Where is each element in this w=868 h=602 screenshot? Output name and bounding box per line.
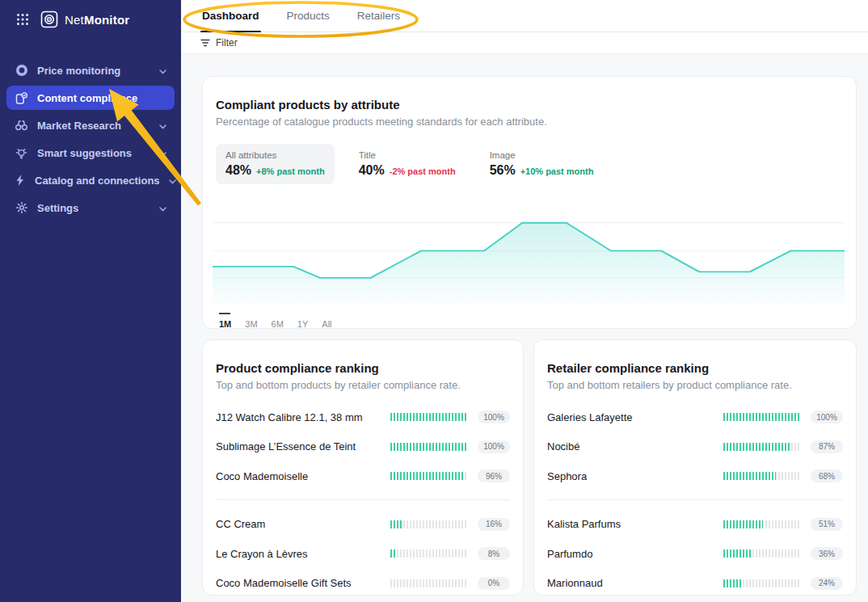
stat-title[interactable]: Title 40% -2% past month: [349, 144, 466, 184]
pct-badge: 36%: [811, 547, 843, 560]
ranking-row: Le Crayon à Lèvres 8%: [216, 539, 510, 569]
target-icon: [15, 64, 28, 77]
chevron-down-icon: [159, 147, 166, 159]
chevron-down-icon: [159, 202, 166, 214]
pct-badge: 96%: [478, 469, 510, 482]
sidebar-item-content-compliance[interactable]: Content compliance: [6, 86, 175, 110]
sidebar-item-market-research[interactable]: Market Research: [6, 113, 175, 137]
ranking-row: Sublimage L’Essence de Teint 100%: [216, 432, 510, 462]
app-window: NetMonitor Price monitoring: [0, 0, 868, 602]
ranking-row: Nocibé 87%: [547, 432, 843, 462]
pct-badge: 100%: [811, 410, 843, 423]
tick-bar: [390, 579, 468, 587]
bulb-icon: [15, 146, 28, 160]
chevron-down-icon: [169, 175, 176, 187]
ranking-row: Marionnaud 24%: [547, 569, 843, 599]
ranking-divider: [547, 499, 843, 500]
range-6m[interactable]: 6M: [272, 314, 284, 329]
range-1y[interactable]: 1Y: [297, 314, 308, 329]
stat-trend: +10% past month: [520, 166, 594, 176]
pct-badge: 100%: [478, 410, 510, 423]
tick-bar: [390, 413, 468, 421]
sidebar: NetMonitor Price monitoring: [0, 0, 181, 602]
ranking-row: Coco Mademoiselle 96%: [216, 461, 510, 491]
card-title: Product compliance ranking: [216, 361, 510, 375]
compliance-chart-card: Compliant products by attribute Percenta…: [202, 76, 857, 329]
range-all[interactable]: All: [322, 314, 331, 329]
main-area: Dashboard Products Retailers Filter Comp…: [181, 0, 868, 602]
stat-trend: +8% past month: [256, 166, 325, 176]
card-subtitle: Top and bottom retailers by product comp…: [547, 379, 843, 391]
ranking-row: CC Cream 16%: [216, 510, 510, 540]
tab-products[interactable]: Products: [285, 0, 331, 32]
binoculars-icon: [15, 119, 28, 132]
sidebar-item-smart-suggestions[interactable]: Smart suggestions: [6, 141, 175, 165]
chevron-down-icon: [159, 65, 166, 77]
filter-button[interactable]: Filter: [200, 37, 238, 48]
card-subtitle: Percentage of catalogue products meeting…: [216, 116, 843, 128]
filter-bar: Filter: [181, 32, 868, 54]
ranking-row: Sephora 68%: [547, 461, 843, 491]
stat-all-attributes[interactable]: All attributes 48% +8% past month: [216, 144, 335, 184]
page-content: Compliant products by attribute Percenta…: [181, 54, 868, 602]
stat-value: 56%: [490, 163, 516, 178]
ranking-divider: [216, 499, 510, 500]
attribute-stats-row: All attributes 48% +8% past month Title …: [216, 144, 843, 184]
ranking-cards-row: Product compliance ranking Top and botto…: [202, 339, 857, 596]
pct-badge: 68%: [811, 469, 843, 482]
ranking-list: Galeries Lafayette 100% Nocibé 87% Sepho…: [547, 402, 843, 598]
tick-bar: [390, 549, 468, 558]
pct-badge: 51%: [811, 518, 843, 531]
tick-bar: [723, 549, 801, 558]
pct-badge: 0%: [478, 577, 510, 590]
compliance-icon: [15, 91, 28, 105]
tick-bar: [390, 472, 468, 480]
bolt-icon: [15, 174, 26, 187]
sidebar-item-settings[interactable]: Settings: [6, 196, 175, 220]
brand-logo: NetMonitor: [40, 11, 129, 28]
stat-trend: -2% past month: [390, 166, 456, 176]
pct-badge: 100%: [478, 440, 510, 453]
netmonitor-logo-icon: [40, 11, 58, 28]
sidebar-item-catalog-connections[interactable]: Catalog and connections: [6, 168, 175, 192]
trend-area-chart: [213, 204, 845, 305]
card-title: Compliant products by attribute: [216, 98, 843, 112]
product-compliance-ranking-card: Product compliance ranking Top and botto…: [202, 339, 524, 596]
stat-value: 40%: [359, 163, 385, 178]
range-3m[interactable]: 3M: [245, 314, 257, 329]
top-tabbar: Dashboard Products Retailers: [181, 0, 868, 32]
sidebar-nav: Price monitoring Content compliance: [0, 58, 181, 220]
ranking-row: Galeries Lafayette 100%: [547, 402, 843, 432]
card-subtitle: Top and bottom products by retailer comp…: [216, 379, 510, 391]
brand-name: NetMonitor: [65, 13, 129, 27]
chevron-down-icon: [159, 120, 166, 132]
ranking-list: J12 Watch Calibre 12.1, 38 mm 100% Subli…: [216, 402, 510, 598]
tab-dashboard[interactable]: Dashboard: [200, 0, 261, 32]
tick-bar: [723, 443, 801, 451]
gear-icon: [15, 201, 28, 214]
ranking-row: Coco Mademoiselle Gift Sets 0%: [216, 569, 510, 599]
card-title: Retailer compliance ranking: [547, 361, 843, 375]
time-range-selector: 1M 3M 6M 1Y All: [216, 314, 843, 329]
pct-badge: 87%: [811, 440, 843, 453]
pct-badge: 8%: [478, 547, 510, 560]
pct-badge: 16%: [478, 518, 510, 531]
stat-image[interactable]: Image 56% +10% past month: [480, 144, 604, 184]
ranking-row: Parfumdo 36%: [547, 539, 843, 569]
tick-bar: [390, 443, 468, 451]
sidebar-header: NetMonitor: [0, 0, 181, 37]
tab-retailers[interactable]: Retailers: [356, 0, 402, 32]
stat-value: 48%: [225, 163, 251, 178]
tick-bar: [723, 413, 801, 421]
tick-bar: [723, 472, 801, 480]
ranking-row: J12 Watch Calibre 12.1, 38 mm 100%: [216, 402, 510, 432]
tick-bar: [390, 520, 468, 528]
range-1m[interactable]: 1M: [219, 314, 231, 329]
sidebar-item-price-monitoring[interactable]: Price monitoring: [6, 58, 175, 82]
tick-bar: [723, 520, 801, 528]
pct-badge: 24%: [811, 577, 843, 590]
retailer-compliance-ranking-card: Retailer compliance ranking Top and bott…: [533, 339, 857, 596]
filter-icon: [200, 39, 210, 47]
apps-grid-icon[interactable]: [15, 11, 31, 27]
ranking-row: Kalista Parfums 51%: [547, 510, 843, 540]
